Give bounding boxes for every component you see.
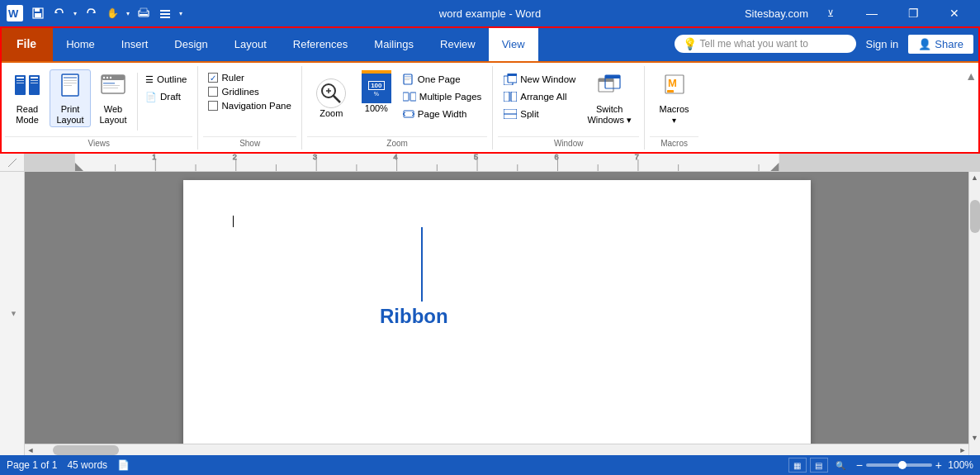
split-button[interactable]: Split — [499, 106, 580, 122]
svg-rect-8 — [140, 8, 147, 12]
zoom-button[interactable]: Zoom — [309, 69, 354, 127]
scroll-thumb[interactable] — [970, 200, 980, 233]
outline-button[interactable]: ☰ Outline — [141, 71, 191, 88]
multiple-pages-button[interactable]: Multiple Pages — [399, 88, 485, 105]
zoom-group: Zoom 100 % 100% — [302, 66, 493, 150]
svg-rect-32 — [103, 85, 120, 86]
svg-rect-31 — [103, 83, 115, 84]
svg-point-28 — [103, 77, 105, 78]
document-area: ◄ 1 — [0, 154, 980, 455]
svg-rect-18 — [31, 77, 38, 78]
document-title: word example - Word — [439, 7, 541, 20]
sign-in-button[interactable]: Sign in — [859, 35, 906, 54]
customize-qat-button[interactable] — [155, 3, 175, 23]
navigation-pane-checkbox[interactable]: Navigation Pane — [205, 99, 294, 112]
status-bar: Page 1 of 1 45 words 📄 ▦ ▤ 🔍 − + 100% — [0, 455, 980, 475]
scroll-right-button[interactable]: ► — [957, 444, 968, 455]
share-button[interactable]: 👤 Share — [908, 35, 973, 54]
svg-rect-25 — [64, 85, 72, 86]
views-group-content: Read Mode Print Layout Web Layout — [5, 66, 192, 136]
ruler-checkbox[interactable]: Ruler — [205, 71, 294, 84]
svg-rect-59 — [605, 75, 620, 78]
ruler-corner — [0, 154, 25, 172]
undo-qat-button[interactable] — [50, 3, 69, 23]
svg-marker-6 — [92, 11, 95, 13]
tab-insert[interactable]: Insert — [108, 26, 162, 61]
page-width-button[interactable]: Page Width — [399, 106, 485, 122]
macros-button[interactable]: M Macros▾ — [651, 69, 697, 127]
zoom-100-button[interactable]: 100 % 100% — [356, 69, 397, 127]
svg-text:6: 6 — [554, 154, 558, 161]
svg-line-35 — [333, 95, 340, 102]
new-window-button[interactable]: New Window — [499, 71, 580, 88]
view-toggle-1[interactable]: ▦ — [788, 458, 807, 473]
scroll-up-button[interactable]: ▲ — [969, 172, 980, 183]
redo-qat-button[interactable] — [81, 3, 101, 23]
svg-rect-65 — [25, 154, 75, 171]
tab-design[interactable]: Design — [161, 26, 220, 61]
hscroll-thumb[interactable] — [53, 445, 119, 455]
tab-references[interactable]: References — [280, 26, 361, 61]
word-count[interactable]: 45 words — [67, 459, 107, 471]
close-button[interactable]: ✕ — [935, 0, 973, 26]
view-toggle-2[interactable]: ▤ — [810, 458, 828, 473]
minimize-button[interactable]: — — [853, 0, 891, 26]
zoom-knob[interactable] — [898, 461, 907, 469]
left-panel: ◄ — [0, 154, 25, 455]
customize-dropdown[interactable]: ▾ — [177, 3, 185, 23]
view-toggle-3[interactable]: 🔍 — [831, 458, 850, 473]
print-layout-button[interactable]: Print Layout — [50, 69, 91, 127]
tab-layout[interactable]: Layout — [221, 26, 280, 61]
doc-column: 1 2 3 4 5 6 7 — [25, 154, 980, 455]
zoom-track[interactable] — [866, 463, 932, 467]
tell-me-search[interactable]: 💡 Tell me what you want to — [675, 35, 856, 53]
zoom-100-icon: 100 % — [362, 74, 391, 103]
restore-ribbon-button[interactable]: ⊻ — [812, 0, 850, 26]
tab-mailings[interactable]: Mailings — [361, 26, 427, 61]
collapse-nav-button[interactable]: ◄ — [10, 310, 18, 317]
scroll-left-button[interactable]: ◄ — [25, 444, 36, 455]
macros-icon: M — [662, 74, 687, 101]
switch-windows-label: SwitchWindows ▾ — [587, 104, 632, 126]
zoom-plus-button[interactable]: + — [935, 458, 942, 472]
tab-review[interactable]: Review — [427, 26, 489, 61]
switch-windows-button[interactable]: SwitchWindows ▾ — [581, 69, 637, 127]
svg-rect-33 — [103, 88, 118, 88]
gridlines-checkbox[interactable]: Gridlines — [205, 85, 294, 98]
title-bar: W ▾ ✋ ▾ ▾ — [0, 0, 980, 26]
svg-rect-43 — [410, 93, 416, 101]
arrange-all-button[interactable]: Arrange All — [499, 88, 580, 105]
draft-button[interactable]: 📄 Draft — [141, 88, 191, 105]
macros-group-label: Macros — [650, 136, 698, 150]
scroll-down-button[interactable]: ▼ — [969, 432, 980, 444]
zoom-level-display[interactable]: 100% — [945, 459, 973, 471]
one-page-button[interactable]: One Page — [399, 71, 485, 88]
svg-rect-22 — [64, 77, 77, 78]
svg-rect-24 — [64, 83, 77, 83]
svg-rect-40 — [405, 78, 411, 78]
touch-mode-button[interactable]: ✋ — [102, 3, 122, 23]
page-info[interactable]: Page 1 of 1 — [7, 459, 57, 471]
view-layout-buttons: ▦ ▤ 🔍 — [788, 458, 850, 473]
status-bar-left: Page 1 of 1 45 words 📄 — [7, 459, 130, 471]
vertical-scrollbar[interactable]: ▲ ▼ — [968, 172, 980, 444]
svg-line-63 — [8, 159, 17, 167]
save-qat-button[interactable] — [28, 3, 48, 23]
document-scroll-area[interactable]: Ribbon — [25, 172, 968, 444]
undo-dropdown[interactable]: ▾ — [71, 3, 79, 23]
touch-dropdown[interactable]: ▾ — [124, 3, 132, 23]
restore-button[interactable]: ❐ — [894, 0, 932, 26]
page-width-icon — [403, 109, 414, 119]
read-mode-button[interactable]: Read Mode — [7, 69, 48, 127]
tab-file[interactable]: File — [0, 26, 53, 61]
svg-rect-62 — [667, 90, 674, 93]
document-page — [183, 180, 811, 444]
tab-home[interactable]: Home — [53, 26, 108, 61]
collapse-ribbon-button[interactable]: ▲ — [965, 69, 977, 83]
print-preview-button[interactable] — [134, 3, 154, 23]
tab-view[interactable]: View — [489, 26, 538, 61]
web-layout-button[interactable]: Web Layout — [92, 69, 134, 127]
show-checkboxes: Ruler Gridlines Navigation Pane — [205, 69, 294, 112]
horizontal-scrollbar[interactable]: ◄ ► — [25, 444, 968, 455]
zoom-minus-button[interactable]: − — [856, 458, 863, 472]
